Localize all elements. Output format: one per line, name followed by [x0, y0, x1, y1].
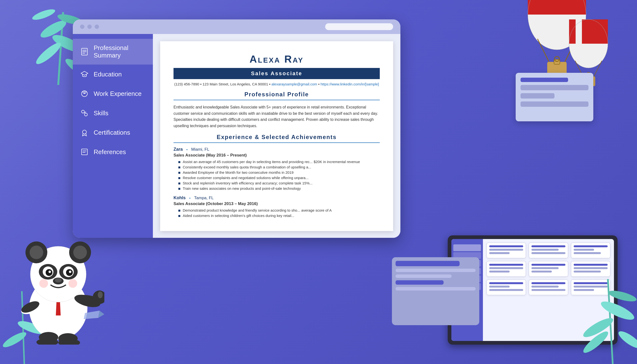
sidebar-item-professional-summary[interactable]: Professional Summary	[73, 39, 153, 64]
svg-point-52	[98, 292, 103, 298]
company-kohls: Kohls ▪ Tampa, FL	[174, 195, 380, 200]
professional-profile-title: Professional Profile	[174, 91, 380, 100]
sidebar-label-work-experience: Work Experience	[94, 90, 142, 98]
svg-rect-21	[582, 20, 595, 44]
sidebar-item-work-experience[interactable]: Work Experience	[73, 84, 153, 104]
svg-point-38	[84, 113, 87, 116]
work-experience-icon	[80, 89, 89, 98]
bullet-kohls-2: Aided customers in selecting children's …	[178, 214, 380, 218]
resume-area: Alexa Ray Sales Associate (123) 456-7890…	[153, 34, 400, 238]
ui-card-row-1	[520, 78, 568, 82]
bullet-zara-5: Stock and replenish inventory with effic…	[178, 181, 380, 185]
svg-point-69	[69, 270, 71, 273]
skills-icon	[80, 109, 89, 118]
svg-point-68	[48, 270, 51, 273]
sidebar-item-skills[interactable]: Skills	[73, 104, 153, 123]
tablet-frame	[392, 257, 479, 325]
bullet-kohls-1: Demonstrated product knowledge and frien…	[178, 208, 380, 212]
svg-point-40	[82, 130, 86, 134]
ui-card-row-2	[520, 85, 588, 90]
resume-paper: Alexa Ray Sales Associate (123) 456-7890…	[160, 41, 393, 231]
svg-point-5	[31, 7, 56, 22]
ui-card-row-4	[520, 102, 588, 107]
bullet-zara-3: Awarded Employee of the Month for two co…	[178, 170, 380, 174]
job-kohls: Kohls ▪ Tampa, FL Sales Associate (Octob…	[174, 195, 380, 218]
sidebar-label-education: Education	[94, 70, 122, 78]
small-card-7	[486, 280, 526, 295]
resume-linkedin-link[interactable]: https://www.linkedin.com/in/[sample]	[320, 82, 379, 86]
svg-point-72	[39, 279, 48, 288]
sidebar-item-certifications[interactable]: Certifications	[73, 123, 153, 142]
references-icon	[80, 148, 89, 156]
resume-job-title: Sales Associate	[251, 70, 302, 76]
job-title-zara: Sales Associate (May 2016 – Present)	[174, 153, 380, 158]
small-card-4	[486, 261, 526, 277]
tablet-line-2	[396, 269, 476, 272]
bullet-zara-2: Consistently exceed monthly sales quota …	[178, 165, 380, 169]
svg-rect-41	[82, 149, 87, 155]
job-bullets-zara: Assist an average of 45 customers per da…	[174, 160, 380, 190]
company-zara: Zara ▪ Miami, FL	[174, 147, 380, 152]
tablet-line-1	[396, 261, 460, 266]
resume-contact: (123) 456-7890 ▪ 123 Main Street, Los An…	[174, 82, 380, 86]
education-icon	[80, 70, 89, 78]
sidebar-label-skills: Skills	[94, 110, 108, 117]
tablet-line-3	[396, 274, 452, 278]
main-laptop-frame: Professional Summary Education	[73, 20, 400, 238]
bullet-zara-1: Assist an average of 45 customers per da…	[178, 160, 380, 164]
svg-point-81	[616, 328, 637, 351]
small-card-2	[529, 243, 568, 258]
resume-email-link[interactable]: alexaraysample@gmail.com	[271, 82, 317, 86]
svg-marker-34	[81, 71, 88, 75]
svg-rect-23	[595, 20, 608, 44]
svg-rect-22	[569, 20, 576, 44]
leaves-bottom-right-decoration	[540, 267, 637, 364]
window-dot-1	[80, 24, 84, 29]
svg-point-73	[68, 279, 77, 288]
sidebar-label-professional-summary: Professional Summary	[94, 44, 146, 59]
small-card-1	[486, 243, 526, 258]
sidebar: Professional Summary Education	[73, 34, 153, 238]
svg-point-37	[82, 110, 84, 113]
job-title-kohls: Sales Associate (October 2013 – May 2016…	[174, 202, 380, 206]
laptop-content: Professional Summary Education	[73, 34, 400, 238]
experience-title: Experience & Selected Achievements	[174, 134, 380, 143]
panda-character	[12, 223, 104, 344]
bullet-zara-4: Resolve customer complaints and negotiat…	[178, 176, 380, 180]
sidebar-item-education[interactable]: Education	[73, 64, 153, 84]
svg-rect-11	[547, 0, 567, 14]
professional-profile-body: Enthusiastic and knowledgeable Sales Ass…	[174, 104, 380, 129]
ui-card-row-3	[520, 93, 554, 98]
svg-rect-12	[528, 0, 538, 14]
resume-name: Alexa Ray	[174, 54, 380, 65]
svg-point-71	[55, 278, 62, 282]
svg-rect-13	[567, 0, 586, 14]
resume-title-bar: Sales Associate	[174, 68, 380, 79]
sidebar-label-references: References	[94, 148, 126, 156]
laptop-top-bar	[73, 20, 400, 34]
small-sidebar-item-1	[453, 244, 481, 251]
bullet-zara-6: Train new sales associates on new produc…	[178, 186, 380, 190]
professional-summary-icon	[80, 47, 89, 56]
job-zara: Zara ▪ Miami, FL Sales Associate (May 20…	[174, 147, 380, 190]
svg-point-80	[608, 288, 637, 304]
laptop-search-bar[interactable]	[325, 23, 393, 30]
sidebar-item-references[interactable]: References	[73, 142, 153, 162]
sidebar-label-certifications: Certifications	[94, 129, 130, 136]
tablet-device	[392, 257, 479, 325]
svg-point-60	[30, 246, 43, 259]
tablet-line-5	[396, 287, 476, 290]
ui-card-floating	[516, 73, 593, 121]
certifications-icon	[80, 128, 89, 137]
job-bullets-kohls: Demonstrated product knowledge and frien…	[174, 208, 380, 218]
small-card-3	[571, 243, 610, 258]
window-dot-2	[87, 24, 92, 29]
window-dot-3	[95, 24, 99, 29]
svg-point-61	[73, 246, 87, 259]
tablet-line-4	[396, 280, 444, 285]
